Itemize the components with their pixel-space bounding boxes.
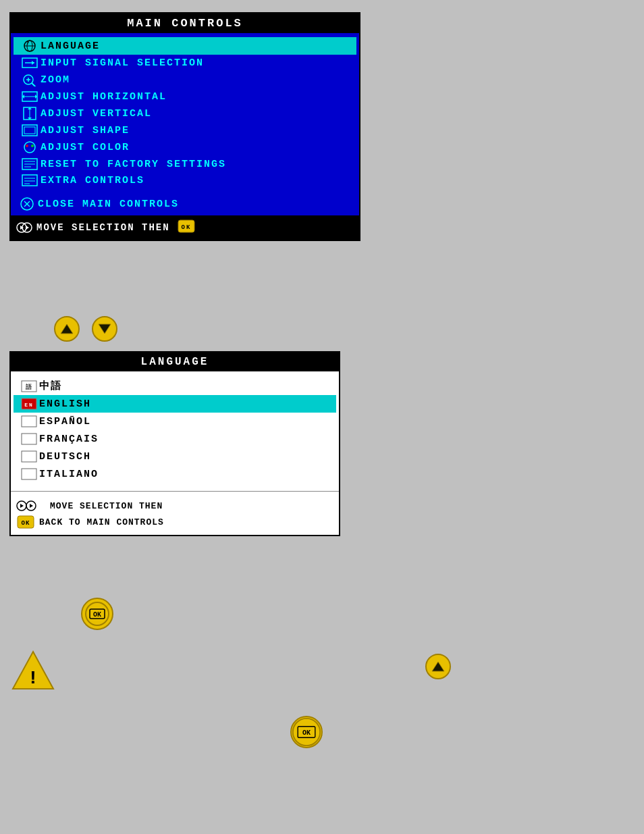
svg-marker-6 xyxy=(32,61,34,65)
language-icon: ? xyxy=(19,39,41,53)
svg-rect-51 xyxy=(22,469,36,479)
arrow-up-right-button[interactable] xyxy=(425,654,451,679)
menu-item-adjust-horizontal-text: ADJUST HORIZONTAL xyxy=(41,91,167,103)
svg-text:OK: OK xyxy=(22,520,30,527)
arrow-up-right[interactable] xyxy=(425,654,451,679)
lang-footer-line1: MOVE SELECTION THEN xyxy=(16,498,333,513)
menu-item-adjust-vertical[interactable]: ADJUST VERTICAL xyxy=(14,105,356,122)
svg-rect-50 xyxy=(22,451,36,462)
lang-item-deutsch[interactable]: DEUTSCH xyxy=(14,448,336,465)
warning-triangle: ! xyxy=(9,648,57,699)
lang-panel-divider xyxy=(11,491,339,492)
svg-text:EN: EN xyxy=(24,402,34,408)
svg-rect-20 xyxy=(24,127,35,134)
svg-rect-48 xyxy=(22,416,36,427)
menu-item-extra-controls-text: EXTRA CONTROLS xyxy=(41,175,144,186)
main-panel-footer: MOVE SELECTION THEN OK xyxy=(11,215,359,240)
extra-controls-icon xyxy=(19,174,41,186)
menu-item-adjust-shape[interactable]: ADJUST SHAPE xyxy=(14,122,356,138)
menu-item-language-text: LANGUAGE xyxy=(41,41,100,52)
svg-point-22 xyxy=(26,145,28,147)
arrow-down-button[interactable] xyxy=(92,316,117,342)
svg-marker-55 xyxy=(30,504,33,508)
menu-item-reset-factory-text: RESET TO FACTORY SETTINGS xyxy=(41,159,226,170)
menu-item-adjust-horizontal[interactable]: ADJUST HORIZONTAL xyxy=(14,88,356,105)
english-flag-icon: EN xyxy=(19,398,39,410)
lang-item-espanol-text: ESPAÑOL xyxy=(39,416,91,427)
ok-button-2[interactable]: OK xyxy=(290,716,323,748)
italiano-flag-icon xyxy=(19,468,39,480)
menu-item-adjust-shape-text: ADJUST SHAPE xyxy=(41,125,130,136)
reset-factory-icon xyxy=(19,158,41,170)
lang-item-chinese-text: 中語 xyxy=(39,380,62,392)
lang-footer-back-text: BACK TO MAIN CONTROLS xyxy=(39,517,164,527)
lang-item-francais-text: FRANÇAIS xyxy=(39,434,99,445)
lang-panel-footer: MOVE SELECTION THEN OK BACK TO MAIN CONT… xyxy=(11,494,339,535)
menu-item-input-signal-text: INPUT SIGNAL SELECTION xyxy=(41,57,204,69)
svg-text:OK: OK xyxy=(181,224,191,231)
lang-item-deutsch-text: DEUTSCH xyxy=(39,451,91,463)
menu-item-adjust-vertical-text: ADJUST VERTICAL xyxy=(41,108,152,120)
language-panel-title: LANGUAGE xyxy=(11,353,339,371)
ok-button-container-1: OK xyxy=(81,598,113,630)
lang-item-francais[interactable]: FRANÇAIS xyxy=(14,430,336,448)
nav-arrow-buttons xyxy=(54,316,117,342)
svg-marker-63 xyxy=(432,662,444,671)
menu-item-extra-controls[interactable]: EXTRA CONTROLS xyxy=(14,172,356,188)
lang-item-english-text: ENGLISH xyxy=(39,398,91,410)
close-main-controls-text: CLOSE MAIN CONTROLS xyxy=(38,199,179,210)
svg-rect-29 xyxy=(22,175,37,186)
svg-marker-53 xyxy=(20,504,24,508)
svg-marker-42 xyxy=(61,324,73,334)
ok-button-container-2: OK xyxy=(290,716,323,748)
svg-marker-39 xyxy=(26,226,29,230)
svg-text:?: ? xyxy=(26,41,30,46)
arrow-up-button[interactable] xyxy=(54,316,80,342)
footer-icons xyxy=(16,220,32,235)
main-controls-panel: MAIN CONTROLS ? LANGUAGE xyxy=(9,12,360,241)
menu-item-language[interactable]: ? LANGUAGE xyxy=(14,37,356,55)
language-items: 語 中語 EN ENGLISH ESPAÑOL xyxy=(11,371,339,488)
svg-text:OK: OK xyxy=(302,729,311,737)
menu-item-input-signal[interactable]: INPUT SIGNAL SELECTION xyxy=(14,55,356,71)
menu-item-zoom-text: ZOOM xyxy=(41,74,70,86)
close-main-controls[interactable]: CLOSE MAIN CONTROLS xyxy=(11,192,359,215)
menu-item-adjust-color[interactable]: ADJUST COLOR xyxy=(14,138,356,156)
svg-point-24 xyxy=(28,149,31,151)
lang-footer-line2: OK BACK TO MAIN CONTROLS xyxy=(16,515,333,529)
menu-item-reset-factory[interactable]: RESET TO FACTORY SETTINGS xyxy=(14,156,356,172)
ok-icon-footer: OK xyxy=(177,219,196,236)
language-panel: LANGUAGE 語 中語 EN ENGLISH xyxy=(9,351,340,536)
ok-button-1[interactable]: OK xyxy=(81,598,113,630)
deutsch-flag-icon xyxy=(19,450,39,463)
footer-move-text: MOVE SELECTION THEN xyxy=(36,222,170,233)
main-menu-items: ? LANGUAGE INPUT SIGNAL SELECTION xyxy=(11,33,359,192)
main-controls-title: MAIN CONTROLS xyxy=(11,14,359,33)
francais-flag-icon xyxy=(19,433,39,445)
adjust-shape-icon xyxy=(19,124,41,136)
lang-item-chinese[interactable]: 語 中語 xyxy=(14,377,336,395)
adjust-horizontal-icon xyxy=(19,90,41,103)
input-signal-icon xyxy=(19,57,41,69)
adjust-vertical-icon xyxy=(19,107,41,120)
menu-item-zoom[interactable]: ZOOM xyxy=(14,71,356,88)
svg-marker-43 xyxy=(99,324,111,334)
chinese-flag-icon: 語 xyxy=(19,380,39,392)
svg-rect-49 xyxy=(22,434,36,444)
svg-text:!: ! xyxy=(28,668,39,689)
svg-text:OK: OK xyxy=(93,611,101,619)
lang-item-espanol[interactable]: ESPAÑOL xyxy=(14,413,336,430)
svg-text:語: 語 xyxy=(26,384,33,391)
svg-point-23 xyxy=(31,145,34,147)
lang-item-italiano-text: ITALIANO xyxy=(39,469,99,480)
zoom-icon xyxy=(19,73,41,86)
close-icon xyxy=(16,197,38,211)
lang-footer-move-text: MOVE SELECTION THEN xyxy=(50,501,163,511)
adjust-color-icon xyxy=(19,140,41,154)
svg-line-8 xyxy=(32,83,36,86)
lang-item-english[interactable]: EN ENGLISH xyxy=(14,395,336,413)
menu-item-adjust-color-text: ADJUST COLOR xyxy=(41,142,130,153)
lang-item-italiano[interactable]: ITALIANO xyxy=(14,465,336,483)
espanol-flag-icon xyxy=(19,415,39,427)
